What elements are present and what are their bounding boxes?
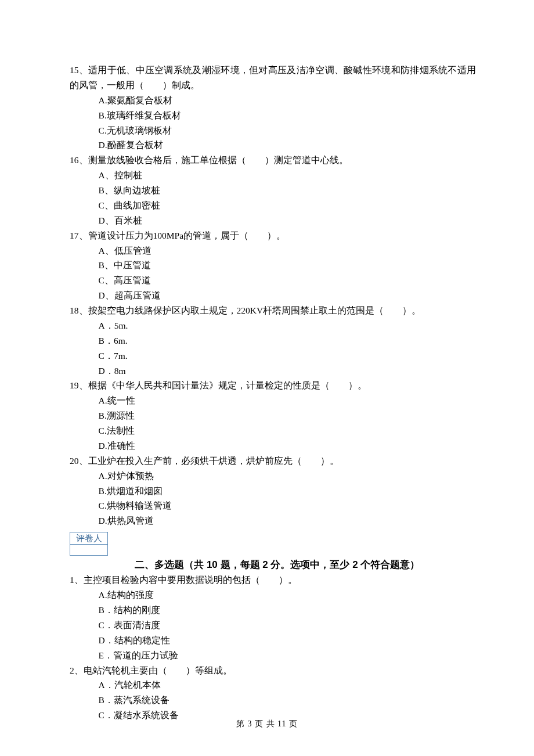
option: B.玻璃纤维复合板材 [99, 108, 476, 123]
options-block: A、控制桩 B、纵向边坡桩 C、曲线加密桩 D、百米桩 [70, 168, 476, 228]
option: A.聚氨酯复合板材 [99, 93, 476, 108]
option: B．6m. [99, 333, 476, 348]
option: C、曲线加密桩 [99, 198, 476, 213]
option: A、控制桩 [99, 168, 476, 183]
exam-page: 15、适用于低、中压空调系统及潮湿环境，但对高压及洁净空调、酸碱性环境和防排烟系… [0, 0, 534, 756]
options-block: A．5m. B．6m. C．7m. D．8m [70, 318, 476, 379]
option: D．结构的稳定性 [99, 633, 476, 648]
question-stem: 20、工业炉在投入生产前，必须烘干烘透，烘炉前应先（ ）。 [70, 453, 476, 469]
options-block: A.聚氨酯复合板材 B.玻璃纤维复合板材 C.无机玻璃钢板材 D.酚醛复合板材 [70, 93, 476, 153]
option: A．5m. [99, 318, 476, 333]
option: A.结构的强度 [99, 588, 476, 603]
question-stem: 2、电站汽轮机主要由（ ）等组成。 [70, 663, 476, 678]
option: A.统一性 [99, 393, 476, 408]
options-block: A．汽轮机本体 B．蒸汽系统设备 C．凝结水系统设备 [70, 678, 476, 723]
option: B、纵向边坡桩 [99, 183, 476, 198]
option: E．管道的压力试验 [99, 648, 476, 663]
question-stem: 1、主控项目检验内容中要用数据说明的包括（ ）。 [70, 573, 476, 588]
option: D.烘热风管道 [99, 513, 476, 528]
option: D、百米桩 [99, 213, 476, 228]
options-block: A、低压管道 B、中压管道 C、高压管道 D、超高压管道 [70, 243, 476, 304]
section-heading: 二、多选题（共 10 题，每题 2 分。选项中，至少 2 个符合题意） [70, 557, 476, 573]
question-stem: 15、适用于低、中压空调系统及潮湿环境，但对高压及洁净空调、酸碱性环境和防排烟系… [70, 63, 476, 93]
option: D、超高压管道 [99, 288, 476, 303]
option: A.对炉体预热 [99, 469, 476, 484]
grader-box: 评卷人 [70, 531, 476, 556]
question-stem: 16、测量放线验收合格后，施工单位根据（ ）测定管道中心线。 [70, 153, 476, 168]
option: C.无机玻璃钢板材 [99, 123, 476, 138]
option: D.酚醛复合板材 [99, 138, 476, 153]
option: D.准确性 [99, 438, 476, 453]
option: A．汽轮机本体 [99, 678, 476, 693]
grader-label: 评卷人 [70, 532, 107, 545]
options-block: A.对炉体预热 B.烘烟道和烟囱 C.烘物料输送管道 D.烘热风管道 [70, 469, 476, 529]
page-footer: 第 3 页 共 11 页 [0, 717, 534, 730]
options-block: A.结构的强度 B．结构的刚度 C．表面清洁度 D．结构的稳定性 E．管道的压力… [70, 588, 476, 663]
grader-empty-cell [70, 545, 107, 555]
option: C.烘物料输送管道 [99, 498, 476, 513]
option: D．8m [99, 363, 476, 379]
option: B．蒸汽系统设备 [99, 693, 476, 708]
option: B．结构的刚度 [99, 603, 476, 618]
option: B、中压管道 [99, 258, 476, 273]
option: C.法制性 [99, 423, 476, 438]
option: C、高压管道 [99, 273, 476, 288]
option: C．7m. [99, 348, 476, 363]
option: B.烘烟道和烟囱 [99, 484, 476, 499]
option: A、低压管道 [99, 243, 476, 258]
question-stem: 19、根据《中华人民共和国计量法》规定，计量检定的性质是（ ）。 [70, 378, 476, 393]
option: C．表面清洁度 [99, 618, 476, 633]
question-stem: 17、管道设计压力为100MPa的管道，属于（ ）。 [70, 228, 476, 243]
question-stem: 18、按架空电力线路保护区内取土规定，220KV杆塔周围禁止取土的范围是（ ）。 [70, 303, 476, 318]
option: B.溯源性 [99, 408, 476, 423]
options-block: A.统一性 B.溯源性 C.法制性 D.准确性 [70, 393, 476, 453]
